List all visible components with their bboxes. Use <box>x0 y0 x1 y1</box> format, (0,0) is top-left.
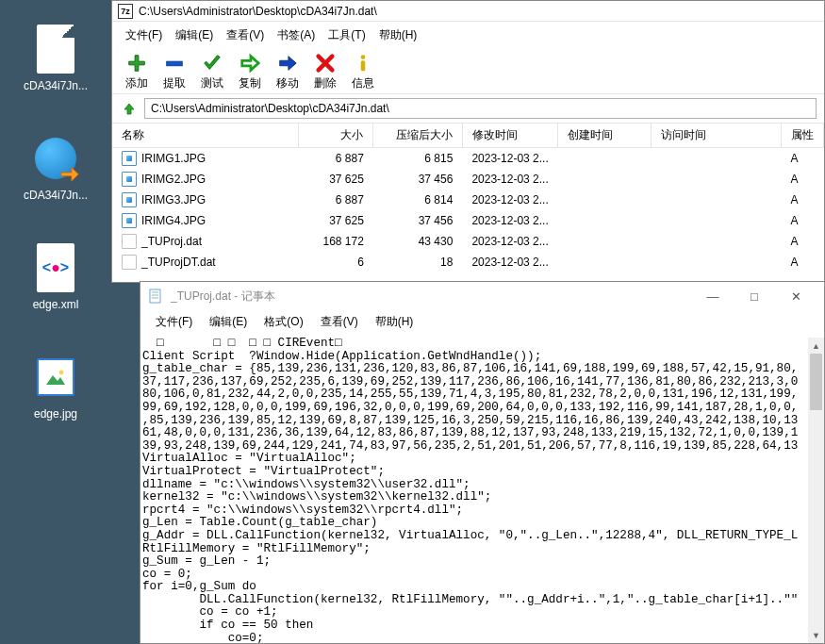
scroll-down-icon[interactable]: ▼ <box>808 627 824 643</box>
file-mtime: 2023-12-03 2... <box>462 252 557 272</box>
toolbar-label: 添加 <box>125 75 148 91</box>
file-attr: A <box>782 210 824 231</box>
jpg-file-icon <box>122 151 137 166</box>
desktop-icon-xml[interactable]: <●> edge.xml <box>8 236 103 317</box>
file-mtime: 2023-12-03 2... <box>462 210 557 231</box>
file-size: 37 625 <box>298 169 372 190</box>
file-icon <box>35 23 76 75</box>
notepad-titlebar[interactable]: _TUProj.dat - 记事本 — □ ✕ <box>140 282 824 310</box>
np-menu-format[interactable]: 格式(O) <box>256 312 310 332</box>
np-menu-help[interactable]: 帮助(H) <box>368 312 421 332</box>
sevenzip-filelist[interactable]: 名称大小压缩后大小修改时间创建时间访问时间属性 IRIMG1.JPG6 8876… <box>112 124 824 282</box>
up-folder-button[interactable] <box>120 99 139 118</box>
close-button[interactable]: ✕ <box>775 283 817 309</box>
file-name: _TUProj.dat <box>141 235 202 248</box>
menu-view[interactable]: 查看(V) <box>221 25 270 45</box>
table-row[interactable]: IRIMG3.JPG6 8876 8142023-12-03 2...A <box>112 190 824 210</box>
sevenzip-window: 7z C:\Users\Administrator\Desktop\cDA34i… <box>111 0 825 283</box>
cross-icon <box>314 53 337 74</box>
column-header[interactable]: 修改时间 <box>462 124 557 148</box>
column-header[interactable]: 访问时间 <box>652 124 782 148</box>
notepad-body: □ □ □ □ □ CIREvent□ Client Script ?Windo… <box>140 338 824 643</box>
desktop-icon-globe[interactable]: cDA34i7Jn... <box>8 126 103 207</box>
sevenzip-icon: 7z <box>118 4 133 19</box>
svg-point-2 <box>59 371 64 375</box>
toolbar-info-button[interactable]: 信息 <box>346 53 380 91</box>
file-name: IRIMG1.JPG <box>141 152 206 165</box>
desktop-icon-label: cDA34i7Jn... <box>24 79 88 92</box>
svg-rect-6 <box>150 289 160 303</box>
table-row[interactable]: IRIMG4.JPG37 62537 4562023-12-03 2...A <box>112 210 824 231</box>
column-header[interactable]: 创建时间 <box>558 124 652 148</box>
maximize-button[interactable]: □ <box>734 283 775 309</box>
address-input[interactable] <box>144 98 817 119</box>
file-packed-size: 18 <box>373 252 463 272</box>
toolbar-label: 删除 <box>314 75 337 91</box>
picture-icon <box>35 351 76 404</box>
column-header[interactable]: 属性 <box>782 124 824 148</box>
desktop-icon-file[interactable]: cDA34i7Jn... <box>8 17 103 98</box>
notepad-text[interactable]: □ □ □ □ □ CIREvent□ Client Script ?Windo… <box>140 338 824 643</box>
file-size: 6 887 <box>298 190 372 210</box>
file-size: 168 172 <box>298 231 372 252</box>
svg-rect-3 <box>167 61 183 66</box>
file-size: 6 887 <box>298 148 372 170</box>
table-row[interactable]: _TUProjDT.dat6182023-12-03 2...A <box>112 252 824 272</box>
sevenzip-addressbar <box>112 93 824 124</box>
file-name: _TUProjDT.dat <box>141 256 216 269</box>
file-size: 37 625 <box>298 210 372 231</box>
jpg-file-icon <box>122 172 137 187</box>
file-packed-size: 37 456 <box>373 210 463 231</box>
column-header[interactable]: 名称 <box>112 124 298 148</box>
np-menu-edit[interactable]: 编辑(E) <box>202 312 255 332</box>
minimize-button[interactable]: — <box>692 283 734 309</box>
toolbar-label: 测试 <box>201 75 223 91</box>
plus-icon <box>125 53 148 74</box>
svg-point-4 <box>361 55 366 59</box>
scroll-up-icon[interactable]: ▲ <box>808 338 824 354</box>
window-controls: — □ ✕ <box>692 283 817 309</box>
file-attr: A <box>782 148 824 170</box>
file-attr: A <box>782 252 824 272</box>
scroll-thumb[interactable] <box>810 354 822 410</box>
toolbar-check-button[interactable]: 测试 <box>195 53 229 91</box>
menu-bookmark[interactable]: 书签(A) <box>272 25 321 45</box>
toolbar-arrow-right-open-button[interactable]: 复制 <box>233 53 267 91</box>
file-packed-size: 6 814 <box>373 190 463 210</box>
vertical-scrollbar[interactable]: ▲ ▼ <box>808 338 824 643</box>
toolbar-plus-button[interactable]: 添加 <box>120 53 154 91</box>
notepad-icon <box>148 289 163 304</box>
sevenzip-toolbar: 添加提取测试复制移动删除信息 <box>112 49 824 93</box>
toolbar-label: 提取 <box>163 75 186 91</box>
arrow-right-icon <box>276 53 299 74</box>
toolbar-minus-button[interactable]: 提取 <box>157 53 191 91</box>
file-packed-size: 37 456 <box>373 169 463 190</box>
file-packed-size: 6 815 <box>373 148 463 170</box>
sevenzip-title: C:\Users\Administrator\Desktop\cDA34i7Jn… <box>139 5 377 18</box>
np-menu-view[interactable]: 查看(V) <box>313 312 366 332</box>
table-row[interactable]: IRIMG1.JPG6 8876 8152023-12-03 2...A <box>112 148 824 170</box>
file-size: 6 <box>298 252 372 272</box>
check-icon <box>201 53 223 74</box>
menu-file[interactable]: 文件(F) <box>120 25 168 45</box>
column-header[interactable]: 压缩后大小 <box>373 124 463 148</box>
file-mtime: 2023-12-03 2... <box>462 231 557 252</box>
notepad-window: _TUProj.dat - 记事本 — □ ✕ 文件(F) 编辑(E) 格式(O… <box>140 281 825 644</box>
file-mtime: 2023-12-03 2... <box>462 190 557 210</box>
jpg-file-icon <box>122 213 137 228</box>
np-menu-file[interactable]: 文件(F) <box>148 312 200 332</box>
desktop-icon-label: edge.xml <box>33 298 79 311</box>
menu-tools[interactable]: 工具(T) <box>322 25 371 45</box>
column-header[interactable]: 大小 <box>298 124 372 148</box>
toolbar-label: 信息 <box>352 75 374 91</box>
sevenzip-titlebar[interactable]: 7z C:\Users\Administrator\Desktop\cDA34i… <box>112 1 824 22</box>
svg-rect-5 <box>361 60 366 71</box>
file-attr: A <box>782 169 824 190</box>
toolbar-arrow-right-button[interactable]: 移动 <box>271 53 305 91</box>
menu-help[interactable]: 帮助(H) <box>373 25 423 45</box>
menu-edit[interactable]: 编辑(E) <box>170 25 219 45</box>
desktop-icon-image[interactable]: edge.jpg <box>8 345 103 426</box>
table-row[interactable]: _TUProj.dat168 17243 4302023-12-03 2...A <box>112 231 824 252</box>
toolbar-cross-button[interactable]: 删除 <box>308 53 342 91</box>
table-row[interactable]: IRIMG2.JPG37 62537 4562023-12-03 2...A <box>112 169 824 190</box>
